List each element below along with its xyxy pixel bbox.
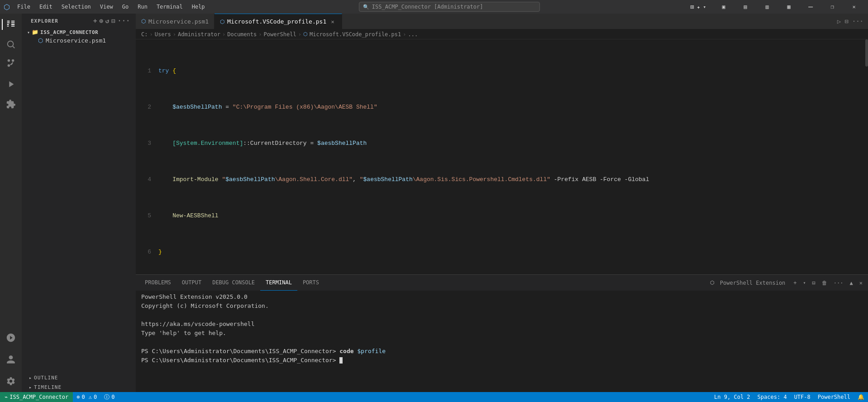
more-tabs-icon[interactable]: ··· <box>851 17 864 26</box>
activity-account[interactable] <box>2 350 20 368</box>
collapse-all-icon[interactable]: ⊟ <box>111 17 115 24</box>
activity-source-control[interactable] <box>2 55 20 73</box>
menu-selection[interactable]: Selection <box>58 3 95 11</box>
timeline-label: Timeline <box>34 384 62 390</box>
layout-icon[interactable]: ▣ <box>713 0 734 14</box>
term-text-2: Copyright (c) Microsoft Corporation. <box>141 302 269 309</box>
copilot-dropdown-icon[interactable]: ▾ <box>703 4 706 10</box>
line-num-5: 5 <box>139 211 158 220</box>
extensions-icon-title[interactable]: ⊞ <box>690 3 694 10</box>
code-line-2: 2 $aesbShellPath = "C:\Program Files (x8… <box>139 103 862 112</box>
breadcrumb-sep-4: › <box>258 31 262 38</box>
code-line-4: 4 Import-Module "$aesbShellPath\Aagon.Sh… <box>139 175 862 184</box>
status-remote[interactable]: ⌁ ISS_ACMP_Connector <box>0 392 73 402</box>
status-errors[interactable]: ⊗ 0 ⚠ 0 <box>73 392 100 402</box>
status-cursor-pos[interactable]: Ln 9, Col 2 <box>711 392 754 402</box>
breadcrumb-sep-1: › <box>149 31 153 38</box>
info-icon: Ⓘ <box>104 393 110 401</box>
maximize-terminal-icon[interactable]: ▲ <box>848 279 855 287</box>
tab-ports[interactable]: PORTS <box>297 275 324 291</box>
breadcrumb-c[interactable]: C: <box>141 31 148 38</box>
maximize-button[interactable]: ❐ <box>822 0 843 14</box>
scrollbar-thumb <box>865 39 868 67</box>
line-num-3: 3 <box>139 139 158 148</box>
terminal-title: PowerShell Extension <box>718 279 787 287</box>
folder-icon: 📁 <box>32 29 38 35</box>
status-encoding[interactable]: UTF-8 <box>791 392 814 402</box>
more-terminal-icon[interactable]: ··· <box>832 279 845 287</box>
search-magnify-icon: 🔍 <box>363 4 369 10</box>
menu-help[interactable]: Help <box>188 3 209 11</box>
new-folder-icon[interactable]: ⊕ <box>99 17 103 24</box>
tab-problems[interactable]: PROBLEMS <box>139 275 176 291</box>
status-spaces[interactable]: Spaces: 4 <box>754 392 791 402</box>
breadcrumb-users[interactable]: Users <box>155 31 171 38</box>
tab-vscode-profile[interactable]: ⬡ Microsoft.VSCode_profile.ps1 ✕ <box>215 14 342 29</box>
minimize-button[interactable]: ─ <box>800 0 821 14</box>
title-search-area: 🔍 ISS_ACMP_Connector [Administrator] <box>212 2 687 12</box>
delete-terminal-icon[interactable]: 🗑 <box>820 279 829 287</box>
term-line-5: Type 'help' to get help. <box>141 329 863 338</box>
menu-file[interactable]: File <box>14 3 34 11</box>
run-file-icon[interactable]: ▷ <box>836 17 842 26</box>
activity-settings[interactable] <box>2 372 20 390</box>
activity-extensions[interactable] <box>2 95 20 113</box>
tab-terminal[interactable]: TERMINAL <box>260 275 297 291</box>
activity-remote-explorer[interactable] <box>2 329 20 347</box>
status-info[interactable]: Ⓘ 0 <box>100 392 118 402</box>
close-button[interactable]: ✕ <box>844 0 864 14</box>
tabs-actions: ▷ ⊟ ··· <box>833 14 868 29</box>
outline-section[interactable]: ▸ Outline <box>22 373 136 383</box>
sidebar-icon[interactable]: ▥ <box>757 0 777 14</box>
language-text: PowerShell <box>818 394 850 400</box>
sidebar-bottom: ▸ Outline ▸ Timeline <box>22 373 136 392</box>
title-menu: File Edit Selection View Go Run Terminal… <box>14 3 209 11</box>
panel-icon[interactable]: ▤ <box>735 0 756 14</box>
activity-explorer[interactable] <box>2 15 20 34</box>
breadcrumb-ps-icon: ⬡ <box>303 31 308 37</box>
split-icon[interactable]: ▦ <box>778 0 799 14</box>
error-count: 0 <box>82 394 85 400</box>
status-notifications[interactable]: 🔔 <box>854 392 868 402</box>
folder-iss-acmp-connector[interactable]: ▾ 📁 ISS_ACMP_CONNECTOR <box>22 28 136 36</box>
menu-terminal[interactable]: Terminal <box>153 3 186 11</box>
sidebar-title: Explorer <box>31 18 58 24</box>
breadcrumb-documents[interactable]: Documents <box>227 31 257 38</box>
title-search-box[interactable]: 🔍 ISS_ACMP_Connector [Administrator] <box>359 2 540 12</box>
window-logo-icon: ⬡ <box>4 3 10 11</box>
new-file-icon[interactable]: + <box>93 17 97 24</box>
menu-edit[interactable]: Edit <box>36 3 56 11</box>
tab-ps-icon-1: ⬡ <box>220 19 224 25</box>
more-actions-icon[interactable]: ··· <box>118 17 130 24</box>
term-text-5: Type 'help' to get help. <box>141 330 226 336</box>
split-terminal-icon[interactable]: ⊟ <box>811 279 817 287</box>
menu-view[interactable]: View <box>96 3 117 11</box>
file-microservice-psm1[interactable]: ⬡ Microservice.psm1 <box>22 36 136 45</box>
status-language[interactable]: PowerShell <box>814 392 854 402</box>
line-num-1: 1 <box>139 67 158 76</box>
terminal-content[interactable]: PowerShell Extension v2025.0.0 Copyright… <box>136 291 868 392</box>
tab-label-0: Microservice.psm1 <box>148 18 209 25</box>
breadcrumb-administrator[interactable]: Administrator <box>178 31 220 38</box>
refresh-icon[interactable]: ↺ <box>105 17 110 24</box>
menu-run[interactable]: Run <box>134 3 151 11</box>
split-editor-icon[interactable]: ⊟ <box>844 17 849 26</box>
tab-debug-console[interactable]: DEBUG CONSOLE <box>207 275 260 291</box>
breadcrumb-ellipsis[interactable]: ... <box>408 31 418 38</box>
timeline-section[interactable]: ▸ Timeline <box>22 383 136 392</box>
editor-scrollbar[interactable] <box>862 39 868 274</box>
activity-search[interactable] <box>2 35 20 53</box>
code-editor[interactable]: 1try { 2 $aesbShellPath = "C:\Program Fi… <box>136 39 862 274</box>
tab-close-button[interactable]: ✕ <box>329 18 336 25</box>
breadcrumb-filename[interactable]: Microsoft.VSCode_profile.ps1 <box>310 31 401 38</box>
breadcrumb-powershell[interactable]: PowerShell <box>263 31 296 38</box>
menu-go[interactable]: Go <box>119 3 132 11</box>
bell-icon: 🔔 <box>858 394 864 400</box>
copilot-icon[interactable]: ✦ <box>697 4 701 10</box>
add-terminal-icon[interactable]: + <box>792 279 798 287</box>
tab-output[interactable]: OUTPUT <box>176 275 207 291</box>
dropdown-icon[interactable]: ▾ <box>801 279 808 286</box>
close-terminal-icon[interactable]: ✕ <box>858 279 864 287</box>
tab-microservice[interactable]: ⬡ Microservice.psm1 <box>136 14 215 29</box>
activity-run-debug[interactable] <box>2 75 20 93</box>
